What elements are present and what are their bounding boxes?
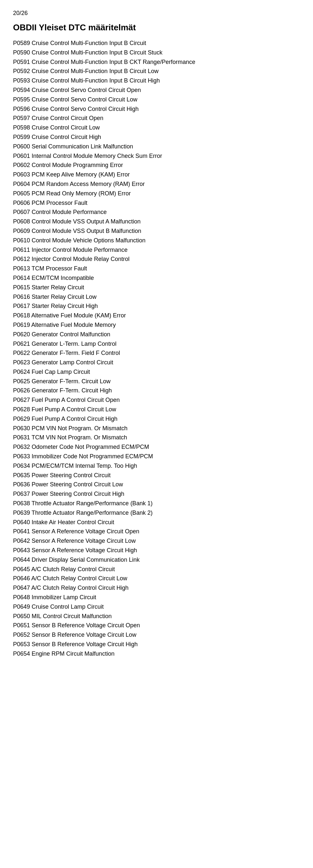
list-item: P0597 Cruise Control Circuit Open — [13, 114, 300, 123]
list-item: P0589 Cruise Control Multi-Function Inpu… — [13, 38, 300, 48]
list-item: P0646 A/C Clutch Relay Control Circuit L… — [13, 574, 300, 583]
list-item: P0624 Fuel Cap Lamp Circuit — [13, 367, 300, 377]
list-item: P0645 A/C Clutch Relay Control Circuit — [13, 565, 300, 574]
list-item: P0629 Fuel Pump A Control Circuit High — [13, 414, 300, 424]
list-item: P0641 Sensor A Reference Voltage Circuit… — [13, 527, 300, 536]
list-item: P0615 Starter Relay Circuit — [13, 283, 300, 292]
list-item: P0622 Generator F-Term. Field F Control — [13, 348, 300, 358]
list-item: P0644 Driver Display Serial Communicatio… — [13, 555, 300, 565]
list-item: P0596 Cruise Control Servo Control Circu… — [13, 104, 300, 114]
list-item: P0607 Control Module Performance — [13, 208, 300, 217]
list-item: P0650 MIL Control Circuit Malfunction — [13, 612, 300, 621]
list-item: P0617 Starter Relay Circuit High — [13, 301, 300, 311]
list-item: P0647 A/C Clutch Relay Control Circuit H… — [13, 583, 300, 593]
list-item: P0653 Sensor B Reference Voltage Circuit… — [13, 640, 300, 649]
list-item: P0639 Throttle Actuator Range/Performanc… — [13, 508, 300, 518]
list-item: P0604 PCM Random Access Memory (RAM) Err… — [13, 179, 300, 189]
list-item: P0637 Power Steering Control Circuit Hig… — [13, 489, 300, 499]
page-title: OBDII Yleiset DTC määritelmät — [13, 23, 300, 33]
list-item: P0598 Cruise Control Circuit Low — [13, 123, 300, 132]
list-item: P0626 Generator F-Term. Circuit High — [13, 386, 300, 395]
list-item: P0640 Intake Air Heater Control Circuit — [13, 518, 300, 527]
list-item: P0605 PCM Read Only Memory (ROM) Error — [13, 189, 300, 198]
list-item: P0623 Generator Lamp Control Circuit — [13, 358, 300, 367]
list-item: P0609 Control Module VSS Output B Malfun… — [13, 226, 300, 236]
list-item: P0621 Generator L-Term. Lamp Control — [13, 339, 300, 349]
list-item: P0592 Cruise Control Multi-Function Inpu… — [13, 66, 300, 76]
list-item: P0649 Cruise Control Lamp Circuit — [13, 602, 300, 612]
list-item: P0643 Sensor A Reference Voltage Circuit… — [13, 546, 300, 555]
list-item: P0628 Fuel Pump A Control Circuit Low — [13, 405, 300, 414]
list-item: P0601 Internal Control Module Memory Che… — [13, 151, 300, 161]
list-item: P0625 Generator F-Term. Circuit Low — [13, 377, 300, 386]
list-item: P0618 Alternative Fuel Module (KAM) Erro… — [13, 311, 300, 320]
list-item: P0610 Control Module Vehicle Options Mal… — [13, 236, 300, 245]
list-item: P0590 Cruise Control Multi-Function Inpu… — [13, 48, 300, 57]
list-item: P0630 PCM VIN Not Program. Or Mismatch — [13, 424, 300, 433]
list-item: P0635 Power Steering Control Circuit — [13, 471, 300, 480]
list-item: P0632 Odometer Code Not Programmed ECM/P… — [13, 442, 300, 452]
list-item: P0634 PCM/ECM/TCM Internal Temp. Too Hig… — [13, 461, 300, 471]
list-item: P0631 TCM VIN Not Program. Or Mismatch — [13, 433, 300, 442]
list-item: P0599 Cruise Control Circuit High — [13, 132, 300, 142]
list-item: P0603 PCM Keep Alive Memory (KAM) Error — [13, 170, 300, 179]
list-item: P0612 Injector Control Module Relay Cont… — [13, 254, 300, 264]
list-item: P0654 Engine RPM Circuit Malfunction — [13, 649, 300, 659]
list-item: P0611 Injector Control Module Performanc… — [13, 245, 300, 255]
list-item: P0608 Control Module VSS Output A Malfun… — [13, 217, 300, 226]
list-item: P0591 Cruise Control Multi-Function Inpu… — [13, 57, 300, 67]
list-item: P0636 Power Steering Control Circuit Low — [13, 480, 300, 489]
list-item: P0648 Immobilizer Lamp Circuit — [13, 593, 300, 602]
list-item: P0642 Sensor A Reference Voltage Circuit… — [13, 536, 300, 546]
list-item: P0614 ECM/TCM Incompatible — [13, 273, 300, 283]
list-item: P0613 TCM Processor Fault — [13, 264, 300, 273]
list-item: P0600 Serial Communication Link Malfunct… — [13, 142, 300, 151]
list-item: P0616 Starter Relay Circuit Low — [13, 292, 300, 302]
list-item: P0652 Sensor B Reference Voltage Circuit… — [13, 630, 300, 640]
list-item: P0638 Throttle Actuator Range/Performanc… — [13, 499, 300, 508]
list-item: P0602 Control Module Programming Error — [13, 160, 300, 170]
list-item: P0620 Generator Control Malfunction — [13, 330, 300, 339]
list-item: P0594 Cruise Control Servo Control Circu… — [13, 86, 300, 95]
list-item: P0593 Cruise Control Multi-Function Inpu… — [13, 76, 300, 86]
dtc-list: P0589 Cruise Control Multi-Function Inpu… — [13, 38, 300, 659]
list-item: P0633 Immobilizer Code Not Programmed EC… — [13, 452, 300, 461]
page-number: 20/26 — [13, 10, 300, 17]
list-item: P0619 Alternative Fuel Module Memory — [13, 320, 300, 330]
list-item: P0627 Fuel Pump A Control Circuit Open — [13, 395, 300, 405]
list-item: P0606 PCM Processor Fault — [13, 198, 300, 208]
list-item: P0651 Sensor B Reference Voltage Circuit… — [13, 621, 300, 630]
list-item: P0595 Cruise Control Servo Control Circu… — [13, 95, 300, 104]
